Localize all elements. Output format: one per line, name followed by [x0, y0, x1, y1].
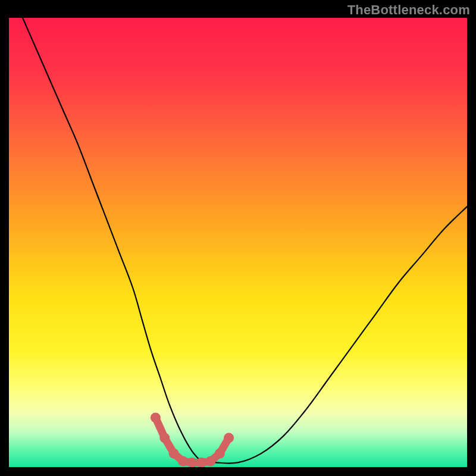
optimal-point	[205, 456, 215, 466]
bottleneck-chart	[9, 18, 467, 467]
optimal-point	[224, 433, 234, 443]
plot-area	[9, 18, 467, 467]
optimal-point	[151, 412, 161, 422]
optimal-point	[169, 449, 179, 459]
optimal-point	[159, 433, 170, 443]
watermark-text: TheBottleneck.com	[347, 2, 470, 18]
gradient-background	[9, 18, 467, 467]
chart-frame: TheBottleneck.com	[0, 0, 476, 476]
optimal-point	[178, 456, 188, 466]
optimal-point	[215, 449, 225, 459]
